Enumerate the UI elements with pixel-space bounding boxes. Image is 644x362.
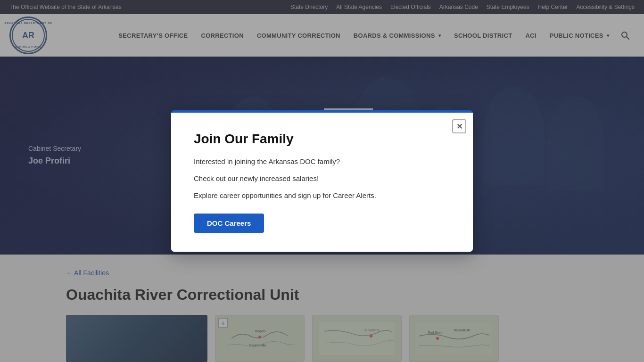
modal-overlay: ✕ Join Our Family Interested in joining … (0, 0, 644, 362)
modal-text-3: Explore career opportunities and sign up… (194, 190, 450, 201)
modal-text-2: Check out our newly increased salaries! (194, 173, 450, 184)
modal-close-button[interactable]: ✕ (452, 119, 466, 133)
modal-title: Join Our Family (194, 132, 450, 147)
doc-careers-button[interactable]: DOC Careers (194, 214, 264, 233)
modal-text-1: Interested in joining the Arkansas DOC f… (194, 156, 450, 167)
modal-dialog: ✕ Join Our Family Interested in joining … (171, 110, 473, 252)
